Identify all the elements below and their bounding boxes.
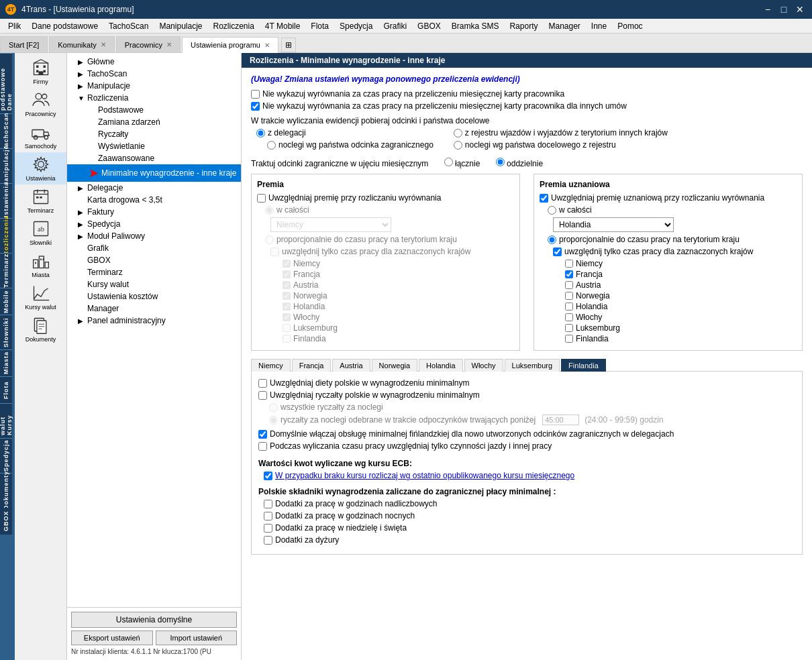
polskie-nadliczbowe-cb[interactable] [264,500,272,508]
ecb-checkbox[interactable] [264,472,272,480]
premia-uwzgledniaj-checkbox[interactable] [257,194,266,203]
radio-delegacji-input[interactable] [256,129,265,138]
fin-domyslnie-checkbox[interactable] [258,430,267,439]
tree-item-spedycja[interactable]: ▶Spedycja [67,218,241,230]
tab-add-button[interactable]: ⊞ [281,38,296,52]
pru-proportional-input[interactable] [548,235,556,244]
close-button[interactable]: ✕ [793,3,807,15]
menu-4tmobile[interactable]: 4T Mobile [260,20,305,32]
tree-item-zaawansowane[interactable]: Zaawansowane [67,152,241,164]
menu-raporty[interactable]: Raporty [504,20,543,32]
sidebar-section-rozliczenia[interactable]: Rozliczenia [0,218,12,253]
tab-niemcy[interactable]: Niemcy [251,359,291,372]
cb2-checkbox[interactable] [251,102,260,111]
tree-item-manipulacje[interactable]: ▶Manipulacje [67,80,241,92]
pru-finlandia-cb[interactable] [565,335,573,343]
tree-item-minimalne[interactable]: ➤ Minimalne wynagrodzenie - inne kraje [67,164,241,182]
tree-item-faktury[interactable]: ▶Faktury [67,206,241,218]
tree-item-manager[interactable]: Manager [67,302,241,315]
sidebar-section-manipulacje[interactable]: Manipulacje [0,148,12,183]
tab-holandia[interactable]: Holandia [419,359,462,372]
radio-noclegi-docelowego-input[interactable] [454,141,462,150]
menu-spedycja[interactable]: Spedycja [334,20,378,32]
cb1-checkbox[interactable] [251,90,260,99]
nav-samochody[interactable]: Samochody [15,120,66,152]
tree-item-kursywalut[interactable]: Kursy walut [67,278,241,290]
pru-austria-cb[interactable] [565,281,573,289]
tree-item-wyswietlanie[interactable]: Wyświetlanie [67,140,241,152]
menu-manager[interactable]: Manager [543,20,585,32]
tab-pracownicy-close[interactable]: ✕ [166,41,172,48]
menu-grafiki[interactable]: Grafiki [378,20,412,32]
polskie-niedziele-cb[interactable] [264,524,272,533]
premia-finlandia-cb[interactable] [283,335,291,343]
menu-tachoscan[interactable]: TachoScan [103,20,154,32]
sidebar-section-kursywalut[interactable]: Kursy walut [0,403,12,438]
window-controls[interactable]: − □ ✕ [761,3,807,15]
tree-item-panel[interactable]: ▶Panel administracyjny [67,315,241,327]
pru-norwegia-cb[interactable] [565,292,573,300]
sidebar-section-slowniki[interactable]: Słowniki [0,315,12,349]
tree-item-grafik[interactable]: Grafik [67,242,241,254]
nav-slowniki[interactable]: ab Słowniki [15,217,66,249]
fin-wszystkie-input[interactable] [269,403,278,412]
tab-pracownicy[interactable]: Pracownicy ✕ [116,36,181,52]
tree-item-delegacje[interactable]: ▶Delegacje [67,182,241,194]
sidebar-section-tachoscan[interactable]: TachoScan [0,113,12,148]
nav-terminarz[interactable]: Terminarz [15,184,66,217]
polskie-dyzury-cb[interactable] [264,536,272,545]
pru-uwzgledniaj-checkbox[interactable] [540,194,548,203]
sidebar-section-terminarz[interactable]: Terminarz [0,253,12,288]
tree-item-hlavne[interactable]: ▶Główne [67,56,241,68]
menu-rozliczenia[interactable]: Rozliczenia [208,20,260,32]
premia-holandia-cb[interactable] [283,302,291,311]
tab-finlandia[interactable]: Finlandia [561,359,606,372]
import-button[interactable]: Import ustawień [156,630,238,645]
premia-wcalosci-input[interactable] [265,206,274,215]
premia-luksemburg-cb[interactable] [283,324,291,332]
menu-dane[interactable]: Dane podstawowe [26,20,103,32]
fin-diety-checkbox[interactable] [258,379,267,388]
tree-item-terminarz[interactable]: Terminarz [67,266,241,278]
fin-ryczalty-checkbox[interactable] [258,391,267,400]
nav-miasta[interactable]: Miasta [15,249,66,281]
tree-item-ryczalty[interactable]: Ryczałty [67,128,241,140]
pru-wcalosci-input[interactable] [548,206,556,215]
maximize-button[interactable]: □ [777,3,791,15]
nav-pracownicy[interactable]: Pracownicy [15,88,66,120]
tree-item-podstawowe[interactable]: Podstawowe [67,104,241,116]
pru-francja-cb[interactable] [565,270,573,278]
pru-luksemburg-cb[interactable] [565,324,573,332]
tree-item-tachoscan[interactable]: ▶TachoScan [67,68,241,80]
tree-item-gbox[interactable]: GBOX [67,254,241,266]
menu-gbox[interactable]: GBOX [412,20,446,32]
tab-wlochy[interactable]: Włochy [464,359,503,372]
sidebar-section-dane[interactable]: Dane podstawowe [0,53,12,113]
tree-item-modul[interactable]: ▶Moduł Paliwowy [67,230,241,242]
menu-pomoc[interactable]: Pomoc [612,20,648,32]
premia-proportional-input[interactable] [265,235,274,244]
tab-ustawienia[interactable]: Ustawienia programu ✕ [182,37,278,53]
sidebar-section-spedycja[interactable]: Spedycja [0,438,12,473]
premia-francja-cb[interactable] [283,270,291,278]
ustawienia-domyslne-button[interactable]: Ustawienia domyślne [71,612,237,628]
minimize-button[interactable]: − [761,3,774,15]
nav-dokumenty[interactable]: Dokumenty [15,313,66,345]
sidebar-section-dokumenty[interactable]: Dokumenty [0,473,12,508]
traktuj-oddzielnie-input[interactable] [496,158,505,166]
tab-komunikaty-close[interactable]: ✕ [101,41,106,48]
nav-kursy[interactable]: Kursy walut [15,281,66,313]
menu-inne[interactable]: Inne [586,20,612,32]
sidebar-section-gbox[interactable]: GBOX [0,508,12,535]
fin-time-input[interactable] [542,415,579,425]
tab-komunikaty[interactable]: Komunikaty ✕ [49,36,114,52]
tab-austria[interactable]: Austria [332,359,370,372]
premia-wlochy-cb[interactable] [283,313,291,321]
menu-flota[interactable]: Flota [305,20,334,32]
pru-country-select[interactable]: Holandia [553,217,674,232]
radio-rejestru-input[interactable] [454,129,462,138]
premia-country-select[interactable]: Niemcy [270,217,391,232]
tab-start[interactable]: Start [F2] [0,36,48,52]
sidebar-section-flota[interactable]: Flota [0,376,12,403]
tab-francja[interactable]: Francja [292,359,332,372]
